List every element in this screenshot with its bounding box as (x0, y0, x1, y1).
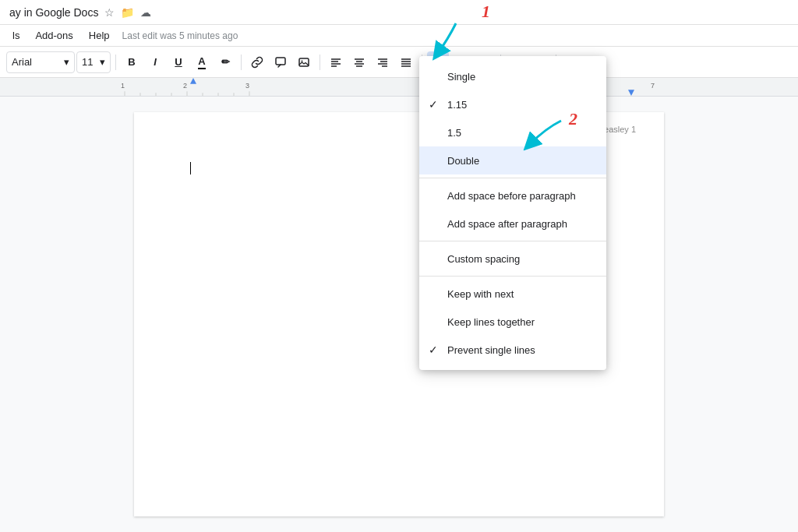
font-size-value: 11 (82, 56, 93, 68)
add-space-after-label: Add space after paragraph (447, 218, 567, 230)
star-icon[interactable]: ☆ (104, 6, 115, 19)
spacing-1-5[interactable]: 1.5 (419, 118, 606, 146)
keep-lines-together-label: Keep lines together (447, 316, 535, 328)
align-center-button[interactable] (348, 51, 370, 73)
spacing-single[interactable]: Single (419, 62, 606, 90)
separator-1 (115, 55, 116, 70)
custom-spacing-section: Custom spacing (419, 241, 606, 276)
ruler: 1 2 3 6 7 (0, 78, 798, 97)
bold-button[interactable]: B (121, 51, 143, 73)
link-button[interactable] (246, 51, 268, 73)
title-icons: ☆ 📁 ☁ (104, 6, 151, 19)
document-title: ay in Google Docs (9, 6, 98, 19)
keep-with-next[interactable]: Keep with next (419, 280, 606, 308)
svg-text:2: 2 (183, 83, 187, 90)
menu-item-ls[interactable]: ls (6, 28, 26, 43)
font-name-selector[interactable]: Arial ▾ (6, 51, 75, 73)
toolbar: Arial ▾ 11 ▾ B I U A ✏ (0, 47, 798, 78)
spacing-1-15[interactable]: ✓ 1.15 (419, 90, 606, 118)
prevent-single-lines[interactable]: ✓ Prevent single lines (419, 336, 606, 364)
svg-point-2 (302, 60, 303, 62)
text-color-a: A (198, 55, 205, 69)
text-cursor (190, 162, 191, 174)
keep-lines-together[interactable]: Keep lines together (419, 308, 606, 336)
spacing-double-label: Double (447, 155, 479, 167)
folder-icon[interactable]: 📁 (121, 6, 134, 19)
italic-button[interactable]: I (144, 51, 166, 73)
last-edit-text: Last edit was 5 minutes ago (122, 30, 238, 41)
svg-rect-49 (0, 78, 798, 96)
font-size-chevron: ▾ (100, 56, 105, 68)
menu-item-help[interactable]: Help (83, 28, 116, 43)
align-left-button[interactable] (325, 51, 347, 73)
cloud-icon[interactable]: ☁ (140, 6, 151, 19)
font-size-selector[interactable]: 11 ▾ (76, 51, 111, 73)
svg-rect-1 (299, 58, 309, 66)
spacing-1-15-check: ✓ (429, 98, 438, 111)
custom-spacing[interactable]: Custom spacing (419, 245, 606, 273)
add-space-before-label: Add space before paragraph (447, 190, 576, 202)
prevent-single-label: Prevent single lines (447, 344, 535, 356)
image-button[interactable] (293, 51, 315, 73)
keep-with-next-label: Keep with next (447, 288, 514, 300)
comment-button[interactable] (270, 51, 291, 73)
underline-button[interactable]: U (168, 51, 189, 73)
paragraph-flow-section: Keep with next Keep lines together ✓ Pre… (419, 276, 606, 367)
highlight-button[interactable]: ✏ (214, 51, 236, 73)
font-name-chevron: ▾ (64, 56, 69, 68)
page-area: Beasley 1 (0, 97, 798, 532)
menu-bar: ls Add-ons Help Last edit was 5 minutes … (0, 25, 798, 47)
svg-rect-0 (276, 58, 285, 65)
menu-item-addons[interactable]: Add-ons (29, 28, 79, 43)
svg-text:3: 3 (245, 83, 249, 90)
paragraph-spacing-section: Add space before paragraph Add space aft… (419, 178, 606, 241)
title-bar: ay in Google Docs ☆ 📁 ☁ (0, 0, 798, 25)
add-space-after[interactable]: Add space after paragraph (419, 210, 606, 238)
spacing-1-15-label: 1.15 (447, 99, 467, 111)
spacing-1-5-label: 1.5 (447, 127, 461, 139)
svg-text:1: 1 (121, 83, 125, 90)
align-justify-button[interactable] (395, 51, 417, 73)
spacing-double[interactable]: Double (419, 146, 606, 174)
prevent-single-check: ✓ (429, 344, 438, 356)
line-spacing-dropdown: Single ✓ 1.15 1.5 Double Add space befor… (419, 56, 606, 370)
main-area: Beasley 1 (0, 97, 798, 532)
align-right-button[interactable] (372, 51, 394, 73)
custom-spacing-label: Custom spacing (447, 253, 520, 265)
text-color-button[interactable]: A (191, 51, 213, 73)
svg-text:7: 7 (651, 83, 655, 90)
spacing-values-section: Single ✓ 1.15 1.5 Double (419, 59, 606, 178)
add-space-before[interactable]: Add space before paragraph (419, 181, 606, 210)
separator-3 (320, 55, 320, 70)
separator-2 (241, 55, 242, 70)
font-name-value: Arial (12, 56, 32, 68)
spacing-single-label: Single (447, 71, 475, 83)
